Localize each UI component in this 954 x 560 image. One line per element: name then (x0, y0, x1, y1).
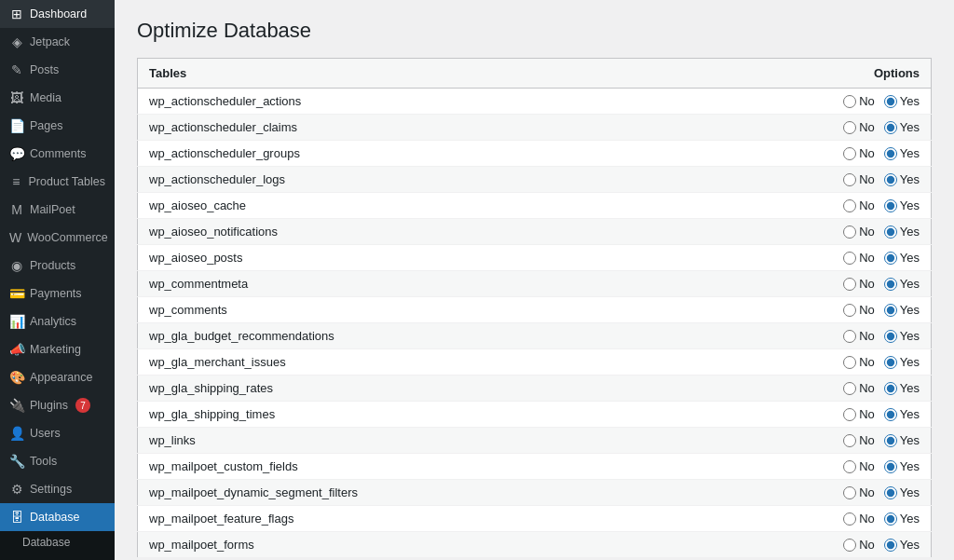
radio-yes-label[interactable]: Yes (884, 277, 920, 291)
radio-no-9[interactable] (843, 330, 856, 343)
radio-no-11[interactable] (843, 382, 856, 395)
radio-yes-label[interactable]: Yes (884, 329, 920, 343)
sidebar-item-comments[interactable]: 💬Comments (0, 140, 115, 168)
radio-no-3[interactable] (843, 173, 856, 186)
radio-yes-16[interactable] (884, 512, 897, 526)
table-options-cell: NoYes (820, 167, 932, 193)
radio-yes-11[interactable] (884, 382, 897, 395)
radio-no-2[interactable] (843, 147, 856, 160)
radio-yes-label[interactable]: Yes (884, 459, 920, 473)
radio-no-6[interactable] (843, 252, 856, 265)
sidebar-item-products[interactable]: ◉Products (0, 252, 115, 280)
radio-no-label[interactable]: No (843, 198, 875, 212)
radio-yes-label[interactable]: Yes (884, 94, 920, 108)
radio-yes-label[interactable]: Yes (884, 251, 920, 265)
mailpoet-icon: M (9, 202, 24, 217)
radio-yes-4[interactable] (884, 199, 897, 212)
radio-yes-label[interactable]: Yes (884, 120, 920, 134)
radio-no-label[interactable]: No (843, 381, 875, 395)
sidebar-sub-backup-db[interactable]: Backup DB (0, 553, 115, 560)
sidebar-item-tools[interactable]: 🔧Tools (0, 447, 115, 475)
radio-yes-label[interactable]: Yes (884, 303, 920, 317)
radio-no-label[interactable]: No (843, 538, 875, 552)
sidebar-item-analytics[interactable]: 📊Analytics (0, 307, 115, 335)
radio-no-0[interactable] (843, 95, 856, 108)
radio-yes-14[interactable] (884, 460, 897, 473)
sidebar-item-settings[interactable]: ⚙Settings (0, 475, 115, 503)
radio-no-8[interactable] (843, 304, 856, 317)
radio-no-16[interactable] (843, 512, 856, 526)
sidebar-item-media[interactable]: 🖼Media (0, 84, 115, 112)
radio-no-label[interactable]: No (843, 512, 875, 526)
sidebar-item-jetpack[interactable]: ◈Jetpack (0, 28, 115, 56)
radio-yes-0[interactable] (884, 95, 897, 108)
radio-no-4[interactable] (843, 199, 856, 212)
sidebar-item-database[interactable]: 🗄Database (0, 503, 115, 531)
radio-no-5[interactable] (843, 225, 856, 239)
sidebar-label-product-tables: Product Tables (29, 175, 105, 188)
sidebar: ⊞Dashboard◈Jetpack✎Posts🖼Media📄Pages💬Com… (0, 0, 115, 560)
radio-yes-label[interactable]: Yes (884, 407, 920, 421)
sidebar-sub-database-main[interactable]: Database (0, 531, 115, 553)
radio-no-1[interactable] (843, 121, 856, 134)
radio-yes-label[interactable]: Yes (884, 355, 920, 369)
sidebar-item-posts[interactable]: ✎Posts (0, 56, 115, 84)
radio-no-15[interactable] (843, 486, 856, 499)
sidebar-item-mailpoet[interactable]: MMailPoet (0, 196, 115, 224)
radio-no-14[interactable] (843, 460, 856, 473)
radio-no-label[interactable]: No (843, 172, 875, 186)
radio-yes-label[interactable]: Yes (884, 512, 920, 526)
radio-no-label[interactable]: No (843, 120, 875, 134)
radio-yes-label[interactable]: Yes (884, 198, 920, 212)
radio-yes-label[interactable]: Yes (884, 433, 920, 447)
sidebar-item-product-tables[interactable]: ≡Product Tables (0, 168, 115, 196)
radio-yes-6[interactable] (884, 252, 897, 265)
radio-no-label[interactable]: No (843, 94, 875, 108)
radio-no-label[interactable]: No (843, 407, 875, 421)
sidebar-item-payments[interactable]: 💳Payments (0, 280, 115, 307)
radio-no-label[interactable]: No (843, 146, 875, 160)
radio-no-13[interactable] (843, 434, 856, 447)
radio-no-label[interactable]: No (843, 485, 875, 499)
table-row: wp_gla_shipping_ratesNoYes (138, 376, 932, 402)
radio-yes-label[interactable]: Yes (884, 225, 920, 239)
radio-yes-12[interactable] (884, 408, 897, 421)
radio-no-label[interactable]: No (843, 251, 875, 265)
radio-no-label[interactable]: No (843, 355, 875, 369)
table-options-cell: NoYes (820, 532, 932, 558)
radio-no-label[interactable]: No (843, 433, 875, 447)
radio-yes-10[interactable] (884, 356, 897, 369)
radio-no-17[interactable] (843, 539, 856, 552)
radio-yes-15[interactable] (884, 486, 897, 499)
sidebar-item-appearance[interactable]: 🎨Appearance (0, 363, 115, 391)
radio-no-label[interactable]: No (843, 329, 875, 343)
radio-no-label[interactable]: No (843, 277, 875, 291)
radio-yes-13[interactable] (884, 434, 897, 447)
radio-yes-3[interactable] (884, 173, 897, 186)
radio-no-12[interactable] (843, 408, 856, 421)
radio-no-label[interactable]: No (843, 459, 875, 473)
radio-yes-17[interactable] (884, 539, 897, 552)
radio-yes-label[interactable]: Yes (884, 146, 920, 160)
radio-no-10[interactable] (843, 356, 856, 369)
sidebar-label-dashboard: Dashboard (30, 7, 87, 20)
radio-yes-5[interactable] (884, 225, 897, 239)
radio-yes-2[interactable] (884, 147, 897, 160)
sidebar-item-plugins[interactable]: 🔌Plugins7 (0, 391, 115, 419)
sidebar-item-dashboard[interactable]: ⊞Dashboard (0, 0, 115, 28)
radio-yes-9[interactable] (884, 330, 897, 343)
sidebar-item-marketing[interactable]: 📣Marketing (0, 335, 115, 363)
radio-no-label[interactable]: No (843, 225, 875, 239)
sidebar-item-users[interactable]: 👤Users (0, 419, 115, 447)
radio-no-7[interactable] (843, 278, 856, 291)
radio-no-label[interactable]: No (843, 303, 875, 317)
radio-yes-label[interactable]: Yes (884, 381, 920, 395)
radio-yes-1[interactable] (884, 121, 897, 134)
radio-yes-label[interactable]: Yes (884, 538, 920, 552)
radio-yes-7[interactable] (884, 278, 897, 291)
sidebar-item-woocommerce[interactable]: WWooCommerce (0, 224, 115, 252)
sidebar-item-pages[interactable]: 📄Pages (0, 112, 115, 140)
radio-yes-label[interactable]: Yes (884, 172, 920, 186)
radio-yes-label[interactable]: Yes (884, 485, 920, 499)
radio-yes-8[interactable] (884, 304, 897, 317)
